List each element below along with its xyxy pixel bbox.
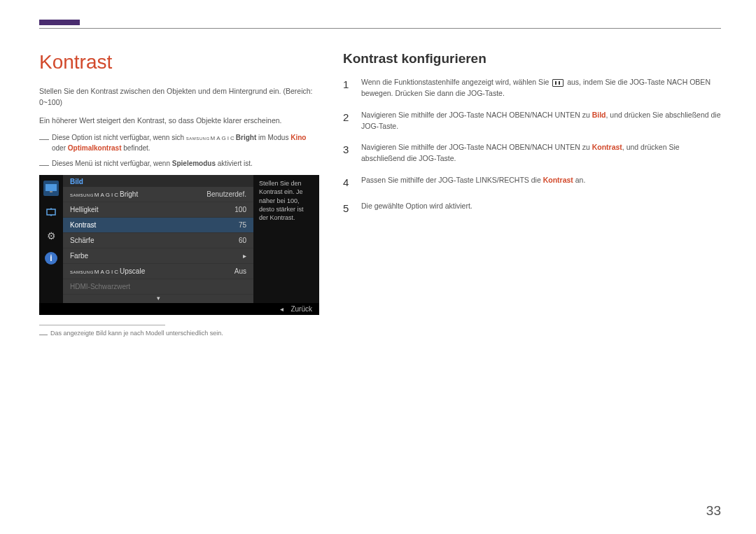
note1-bright: Bright [236,134,256,141]
osd-row-value: Benutzerdef. [206,190,246,198]
s4k: Kontrast [543,176,573,184]
osd-row-value: 60 [239,237,246,244]
right-heading: Kontrast konfigurieren [343,51,721,66]
s4a: Passen Sie mithilfe der JOG-Taste LINKS/… [361,176,543,184]
accent-bar [39,20,80,25]
scroll-down-icon: ▾ [63,295,253,303]
step-3: 3 Navigieren Sie mithilfe der JOG-Taste … [343,141,721,164]
osd-row: Schärfe60 [63,233,253,248]
s2a: Navigieren Sie mithilfe der JOG-Taste NA… [361,111,592,119]
osd-row-label: SAMSUNGMAGICUpscale [70,267,234,275]
step-num-2: 2 [343,109,353,132]
osd-row: Farbe▸ [63,248,253,264]
svg-rect-2 [47,209,55,215]
osd-row: Helligkeit100 [63,202,253,218]
osd-sidebar: ⚙ i [39,175,63,303]
note2-pre: Dieses Menü ist nicht verfügbar, wenn [52,160,172,167]
osd-row-value: ▸ [243,252,246,260]
left-arrow-icon: ◂ [280,305,284,313]
osd-row-label: Farbe [70,252,243,260]
osd-row-value: 75 [239,221,246,229]
note2-bold: Spielemodus [172,160,216,167]
note1-pre: Diese Option ist nicht verfügbar, wenn s… [52,134,184,141]
s2bild: Bild [592,111,606,119]
osd-row-value: Aus [234,267,246,275]
step-num-5: 5 [343,200,353,216]
menu-icon [552,79,564,87]
display-icon [43,204,59,220]
osd-row: HDMI-Schwarzwert [63,279,253,295]
osd-footer: ◂ Zurück [39,303,319,315]
note1-optimal: Optimalkontrast [68,144,122,152]
osd-row-label: HDMI-Schwarzwert [70,283,246,290]
note-2: ― Dieses Menü ist nicht verfügbar, wenn … [39,159,319,169]
note1-oder: oder [52,144,68,152]
osd-row-label: Helligkeit [70,206,234,213]
step-4: 4 Passen Sie mithilfe der JOG-Taste LINK… [343,174,721,190]
osd-row: SAMSUNGMAGICBrightBenutzerdef. [63,187,253,202]
magic-sup: SAMSUNG [186,136,210,142]
magic-main: MAGIC [211,134,236,143]
svg-rect-0 [46,184,57,191]
note1-end: befindet. [121,144,150,152]
note1-kino: Kino [290,134,306,141]
info-icon: i [45,252,57,265]
dash-icon: ― [39,160,49,169]
osd-row-label: Kontrast [70,221,239,229]
s3k: Kontrast [592,143,622,151]
footnote-rule [39,325,165,325]
footnote: ― Das angezeigte Bild kann je nach Model… [39,330,319,339]
osd-back-label: Zurück [290,305,312,313]
footnote-text: Das angezeigte Bild kann je nach Modell … [50,330,223,339]
osd-title: Bild [63,175,253,187]
picture-icon [43,181,59,196]
osd-screenshot: ⚙ i Bild SAMSUNGMAGICBrightBenutzerdef.H… [39,175,319,315]
top-rule [39,28,721,29]
s3a: Navigieren Sie mithilfe der JOG-Taste NA… [361,143,592,151]
s1a: Wenn die Funktionstastenhilfe angezeigt … [361,78,551,86]
osd-row-value: 100 [234,206,246,213]
step-num-1: 1 [343,76,353,99]
svg-marker-3 [50,208,52,209]
note2-end: aktiviert ist. [216,160,253,167]
gear-icon: ⚙ [43,228,59,244]
left-heading: Kontrast [39,51,319,73]
dash-icon: ― [39,134,49,153]
osd-row: Kontrast75 [63,218,253,233]
osd-row: SAMSUNGMAGICUpscaleAus [63,264,253,279]
note1-mid: im Modus [256,134,290,141]
s5: Die gewählte Option wird aktiviert. [361,200,721,216]
step-num-3: 3 [343,141,353,164]
step-1: 1 Wenn die Funktionstastenhilfe angezeig… [343,76,721,99]
s4b: an. [573,176,586,184]
intro-text: Stellen Sie den Kontrast zwischen den Ob… [39,86,319,108]
intro-line2: Ein höherer Wert steigert den Kontrast, … [39,115,319,127]
step-2: 2 Navigieren Sie mithilfe der JOG-Taste … [343,109,721,132]
step-num-4: 4 [343,174,353,190]
osd-row-label: Schärfe [70,237,239,244]
osd-help-panel: Stellen Sie den Kontrast ein. Je näher b… [253,175,319,303]
step-5: 5 Die gewählte Option wird aktiviert. [343,200,721,216]
osd-row-label: SAMSUNGMAGICBright [70,190,206,198]
note-1: ― Diese Option ist nicht verfügbar, wenn… [39,133,319,153]
svg-rect-1 [50,191,52,192]
svg-marker-4 [50,215,52,216]
page-number: 33 [706,503,721,519]
